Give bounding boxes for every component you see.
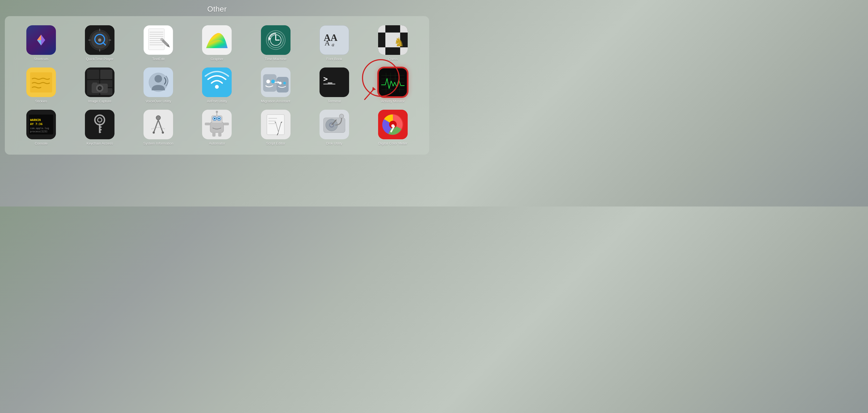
- app-item-scripteditor[interactable]: Script Editor: [248, 108, 304, 147]
- app-item-keychain[interactable]: Keychain Access: [71, 108, 128, 147]
- app-item-chess[interactable]: ♞ Chess: [365, 24, 421, 63]
- svg-rect-44: [385, 40, 393, 47]
- svg-text:A: A: [324, 39, 330, 47]
- svg-marker-83: [372, 87, 376, 91]
- app-item-activitymonitor[interactable]: Activity Monitor: [365, 66, 421, 105]
- airport-icon: [202, 67, 231, 97]
- app-item-colorimeter[interactable]: Digital Color Meter: [365, 108, 421, 147]
- imagecapture-label: Image Capture: [88, 99, 111, 103]
- svg-rect-114: [210, 122, 224, 132]
- svg-rect-106: [99, 132, 101, 133]
- automator-label: Automator: [209, 141, 225, 145]
- shortcuts-icon: [26, 25, 56, 55]
- grapher-icon: [202, 25, 231, 55]
- fontbook-icon: AA A a: [319, 25, 349, 55]
- timemachine-icon: [261, 25, 290, 55]
- stickies-label: Stickies: [35, 99, 47, 103]
- app-item-automator[interactable]: Automator: [189, 108, 245, 147]
- svg-rect-43: [378, 40, 385, 47]
- svg-rect-80: [323, 84, 335, 84]
- svg-text:process[123]: process[123]: [30, 130, 48, 133]
- fontbook-label: Font Book: [326, 57, 342, 61]
- svg-point-72: [266, 80, 270, 83]
- svg-point-73: [271, 80, 275, 83]
- colorimeter-label: Digital Color Meter: [378, 141, 407, 145]
- activitymonitor-label: Activity Monitor: [381, 99, 405, 103]
- voiceover-icon: [144, 67, 173, 97]
- textedit-label: TextEdit: [152, 57, 164, 61]
- stickies-icon: [26, 67, 56, 97]
- scripteditor-label: Script Editor: [266, 141, 285, 145]
- svg-text:♞: ♞: [394, 35, 404, 49]
- app-item-sysinfo[interactable]: System Information: [130, 108, 186, 147]
- svg-point-108: [156, 116, 160, 120]
- scripteditor-icon: [261, 110, 290, 139]
- app-item-shortcuts[interactable]: Shortcuts: [13, 24, 69, 63]
- svg-rect-40: [400, 25, 408, 33]
- diskutility-label: Disk Utility: [326, 141, 342, 145]
- imagecapture-icon: [85, 67, 115, 97]
- grapher-label: Grapher: [211, 57, 224, 61]
- svg-point-63: [99, 87, 101, 89]
- chess-label: Chess: [388, 57, 398, 61]
- quicktime-icon: [85, 25, 115, 55]
- svg-rect-64: [92, 83, 97, 85]
- svg-point-111: [153, 131, 155, 134]
- app-item-imagecapture[interactable]: Image Capture: [71, 66, 128, 105]
- svg-text:WARNIN: WARNIN: [30, 118, 41, 122]
- keychain-label: Keychain Access: [87, 141, 113, 145]
- app-item-timemachine[interactable]: Time Machine: [248, 24, 304, 63]
- terminal-icon: >_: [319, 67, 349, 97]
- svg-rect-103: [99, 124, 100, 133]
- svg-rect-56: [100, 70, 112, 79]
- migration-label: Migration Assistant: [261, 99, 290, 103]
- keychain-icon: [85, 110, 115, 139]
- app-item-airport[interactable]: AirPort Utility: [189, 66, 245, 105]
- page-title: Other: [0, 0, 434, 16]
- svg-rect-74: [277, 77, 289, 92]
- quicktime-label: QuickTime Player: [86, 57, 114, 61]
- svg-text:com.apple.log: com.apple.log: [30, 127, 49, 129]
- svg-text:AY 7:36: AY 7:36: [30, 122, 43, 126]
- app-item-terminal[interactable]: >_ Terminal: [306, 66, 363, 105]
- sysinfo-label: System Information: [143, 141, 173, 145]
- console-icon: WARNIN AY 7:36 com.apple.log process[123…: [26, 110, 56, 139]
- svg-rect-104: [99, 126, 101, 128]
- svg-rect-107: [144, 110, 173, 139]
- svg-point-76: [283, 82, 286, 84]
- svg-point-4: [98, 38, 101, 42]
- app-item-migration[interactable]: Migration Assistant: [248, 66, 304, 105]
- colorimeter-icon: [378, 110, 408, 139]
- timemachine-label: Time Machine: [265, 57, 286, 61]
- svg-rect-123: [224, 123, 229, 125]
- app-item-quicktime[interactable]: QuickTime Player: [71, 24, 128, 63]
- svg-point-69: [215, 85, 219, 89]
- svg-rect-35: [378, 25, 385, 33]
- diskutility-icon: [319, 110, 349, 139]
- launchpad-container: Shortcuts QuickTime Playe: [5, 16, 429, 155]
- svg-point-121: [216, 111, 218, 113]
- svg-text:a: a: [332, 42, 334, 47]
- app-item-textedit[interactable]: TextEdit: [130, 24, 186, 63]
- shortcuts-label: Shortcuts: [34, 57, 49, 61]
- svg-point-118: [214, 118, 216, 119]
- svg-rect-125: [218, 132, 221, 137]
- svg-rect-46: [385, 47, 393, 55]
- app-item-diskutility[interactable]: Disk Utility: [306, 108, 363, 147]
- app-item-console[interactable]: WARNIN AY 7:36 com.apple.log process[123…: [13, 108, 69, 147]
- voiceover-label: VoiceOver Utility: [146, 99, 171, 103]
- svg-rect-124: [212, 132, 216, 137]
- sysinfo-icon: [144, 110, 173, 139]
- svg-point-134: [339, 114, 344, 118]
- svg-rect-55: [87, 70, 99, 79]
- svg-text:>_: >_: [323, 75, 333, 83]
- app-item-voiceover[interactable]: VoiceOver Utility: [130, 66, 186, 105]
- app-item-grapher[interactable]: Grapher: [189, 24, 245, 63]
- app-item-stickies[interactable]: Stickies: [13, 66, 69, 105]
- activitymonitor-icon: [378, 67, 408, 97]
- textedit-icon: [144, 25, 173, 55]
- app-item-fontbook[interactable]: AA A a Font Book: [306, 24, 363, 63]
- svg-rect-84: [379, 68, 407, 96]
- svg-rect-38: [385, 33, 393, 40]
- airport-label: AirPort Utility: [207, 99, 227, 103]
